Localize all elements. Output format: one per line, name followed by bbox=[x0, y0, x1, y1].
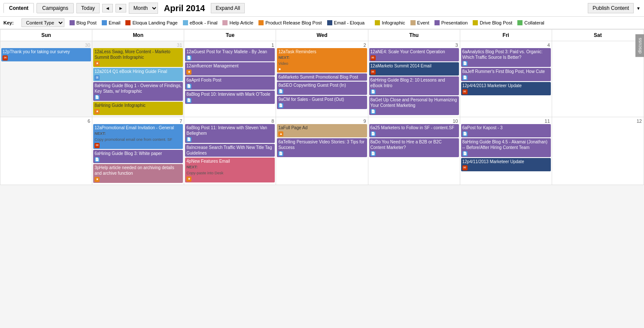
calendar-day: 10 6a25 Marketers to Follow in SF - cont… bbox=[368, 117, 460, 185]
list-item[interactable]: 6aHiring Guide Blog 2: 10 Lessons and eB… bbox=[369, 76, 459, 95]
event-title: Jeff Rummer's First Blog Post, How Cute bbox=[467, 69, 545, 74]
email-icon: ✉ bbox=[462, 89, 468, 94]
list-item[interactable]: 6aPost for Kapost - 3 📄 bbox=[461, 124, 551, 137]
list-item[interactable]: 8aDo You Need to Hire a B2B or B2C Conte… bbox=[369, 138, 459, 157]
list-item[interactable]: 12aLess Swag, More Content - Marketo Sum… bbox=[93, 48, 183, 67]
event-title: CM for Sales - Guest Post (Out) bbox=[283, 97, 344, 102]
campaigns-tab[interactable]: Campaigns bbox=[36, 3, 74, 13]
key-presentation: Presentation bbox=[434, 20, 468, 25]
prev-button[interactable]: ◄ bbox=[102, 4, 113, 12]
list-item[interactable]: 8aHiring Guide Blog 4.5 - Akamai (Jonath… bbox=[461, 138, 551, 157]
list-item[interactable]: 8aGet Up Close and Personal by Humanizin… bbox=[369, 96, 459, 115]
content-tab[interactable]: Content bbox=[3, 3, 34, 13]
product-release-swatch bbox=[258, 20, 264, 25]
event-time: 9a bbox=[278, 97, 283, 102]
list-item[interactable]: 12aPromotional Email Invitation - Genera… bbox=[93, 124, 183, 149]
publish-content-button[interactable]: Publish Content bbox=[588, 3, 634, 13]
calendar-day: 11 6aPost for Kapost - 3 📄 8aHiring Guid… bbox=[460, 117, 552, 185]
help-swatch bbox=[222, 20, 228, 25]
event-title: 2014 Q1 eBook Hiring Guide Final bbox=[102, 69, 167, 74]
day-number: 11 bbox=[461, 118, 551, 124]
next-label: NEXT: bbox=[278, 55, 289, 60]
list-item[interactable]: 12ainfluencer Management ★ bbox=[185, 62, 275, 76]
event-title: SEO Copywriting Guest Post (In) bbox=[283, 83, 346, 88]
calendar-day: 6 bbox=[0, 117, 92, 185]
month-select[interactable]: Month bbox=[129, 3, 158, 14]
star-icon: ★ bbox=[94, 177, 100, 182]
event-time: 12p bbox=[462, 83, 470, 88]
email-eloqua-label: Email - Eloqua bbox=[334, 20, 365, 25]
ebook-swatch bbox=[183, 20, 188, 25]
expand-all-button[interactable]: Expand All bbox=[211, 3, 245, 13]
key-label: Key: bbox=[3, 20, 14, 25]
list-item[interactable]: 8aBlog Post 10: Interview with Mark O'To… bbox=[185, 91, 275, 104]
event-title: Guest Post for Tracy Mallete - By Jean bbox=[194, 49, 267, 54]
event-time: 8a bbox=[462, 69, 467, 74]
day-number: 2 bbox=[277, 42, 367, 48]
event-time: 8a bbox=[462, 140, 467, 144]
doc-icon: 📄 bbox=[371, 131, 376, 137]
eloqua-landing-label: Eloqua Landing Page bbox=[132, 20, 177, 25]
week-row: 6 7 12aPromotional Email Invitation - Ge… bbox=[0, 117, 644, 185]
event-time: 3p bbox=[94, 165, 99, 170]
list-item[interactable]: 12a2014 Q1 eBook Hiring Guide Final ⊞ bbox=[93, 68, 183, 81]
calendar-day: 4 6aAnalytics Blog Post 3: Paid vs. Orga… bbox=[460, 41, 552, 117]
list-item[interactable]: 6aBlog Post 11: Interview with Steven Va… bbox=[185, 124, 275, 143]
key-eloqua-landing: Eloqua Landing Page bbox=[125, 20, 177, 25]
email-icon: ✉ bbox=[94, 143, 100, 148]
content-type-select[interactable]: Content Type bbox=[21, 18, 64, 27]
list-item[interactable]: 12p4/11/2013 Marketeer Update ✉ bbox=[461, 158, 551, 171]
event-title: Analytics Blog Post 3: Paid vs. Organic:… bbox=[462, 49, 543, 60]
today-button[interactable]: Today bbox=[76, 3, 100, 13]
list-item[interactable]: 6aHiring Guide Blog 3: White paper 📄 bbox=[93, 150, 183, 163]
next-button[interactable]: ► bbox=[115, 4, 126, 12]
list-item[interactable]: 8aHiring Guide Infographic ★ bbox=[93, 102, 183, 115]
list-item[interactable]: 6aApril Fools Post 📄 bbox=[185, 76, 275, 90]
event-title: Hiring Guide Blog 4.5 - Akamai (Jonathan… bbox=[462, 140, 547, 150]
month-title: April 2014 bbox=[164, 3, 205, 13]
event-title: New Features Email bbox=[191, 159, 230, 164]
drive-blog-label: Drive Blog Post bbox=[480, 20, 512, 25]
list-item[interactable]: 8aHiring Guide Blog 1 - Overview of Find… bbox=[93, 82, 183, 101]
list-item[interactable]: 8aIncrease Search Traffic With New Title… bbox=[185, 144, 275, 157]
day-number: 7 bbox=[93, 118, 183, 124]
next-text: Copy-paste into Desk bbox=[186, 171, 223, 175]
presentation-label: Presentation bbox=[441, 20, 468, 25]
col-mon: Mon bbox=[92, 30, 184, 41]
event-title: Hiring Guide Infographic bbox=[99, 103, 146, 108]
list-item[interactable]: 8aJeff Rummer's First Blog Post, How Cut… bbox=[461, 68, 551, 81]
list-item[interactable]: 12aGuest Post for Tracy Mallete - By Jea… bbox=[185, 48, 275, 61]
list-item[interactable]: 12pThank you for taking our survey ✉ bbox=[1, 48, 91, 61]
list-item[interactable]: 6aTelling Persuasive Video Stories: 3 Ti… bbox=[277, 138, 367, 157]
day-number: 4 bbox=[461, 42, 551, 48]
list-item[interactable]: 12aMarketo Summit 2014 Email ✉ bbox=[369, 62, 459, 76]
col-sat: Sat bbox=[552, 30, 644, 41]
list-item[interactable]: 12aTask Reminders NEXT: Video ● bbox=[277, 48, 367, 73]
list-item[interactable]: 3pHelp article needed on archiving detai… bbox=[93, 164, 183, 183]
ebook-label: eBook - Final bbox=[190, 20, 218, 25]
list-item[interactable]: 12aNE4: Scale Your Content Operation ✉ bbox=[369, 48, 459, 61]
event-title: Telling Persuasive Video Stories: 3 Tips… bbox=[278, 140, 364, 150]
email-eloqua-swatch bbox=[327, 20, 332, 25]
list-item[interactable]: 6aMarketo Summit Promotional Blog Post bbox=[277, 73, 367, 81]
list-item[interactable]: 6aAnalytics Blog Post 3: Paid vs. Organi… bbox=[461, 48, 551, 67]
email-label: Email bbox=[109, 20, 121, 25]
discuss-tab[interactable]: discuss bbox=[635, 34, 644, 57]
event-time: 8a bbox=[94, 83, 99, 88]
list-item[interactable]: 12p4/4/2013 Marketeer Update ✉ bbox=[461, 82, 551, 95]
event-title: Help article needed on archiving details… bbox=[94, 165, 174, 176]
event-title: Post for Kapost - 3 bbox=[467, 125, 503, 130]
event-time: 12a bbox=[186, 64, 194, 68]
event-title: Thank you for taking our survey bbox=[10, 49, 70, 54]
event-time: 12a bbox=[371, 64, 378, 68]
calendar-day: 30 12pThank you for taking our survey ✉ bbox=[0, 41, 92, 117]
list-item[interactable]: 1aFull Page Ad ▲ bbox=[277, 124, 367, 137]
event-title: Marketo Summit Promotional Blog Post bbox=[283, 75, 358, 79]
col-wed: Wed bbox=[276, 30, 368, 41]
list-item[interactable]: 8aSEO Copywriting Guest Post (In) 📄 bbox=[277, 82, 367, 95]
list-item[interactable]: 6a25 Marketers to Follow in SF - content… bbox=[369, 124, 459, 137]
event-time: 8a bbox=[186, 145, 191, 150]
list-item[interactable]: 4pNew Features Email NEXT: Copy-paste in… bbox=[185, 158, 275, 182]
list-item[interactable]: 9aCM for Sales - Guest Post (Out) 📄 bbox=[277, 96, 367, 109]
infographic-swatch bbox=[375, 20, 380, 25]
